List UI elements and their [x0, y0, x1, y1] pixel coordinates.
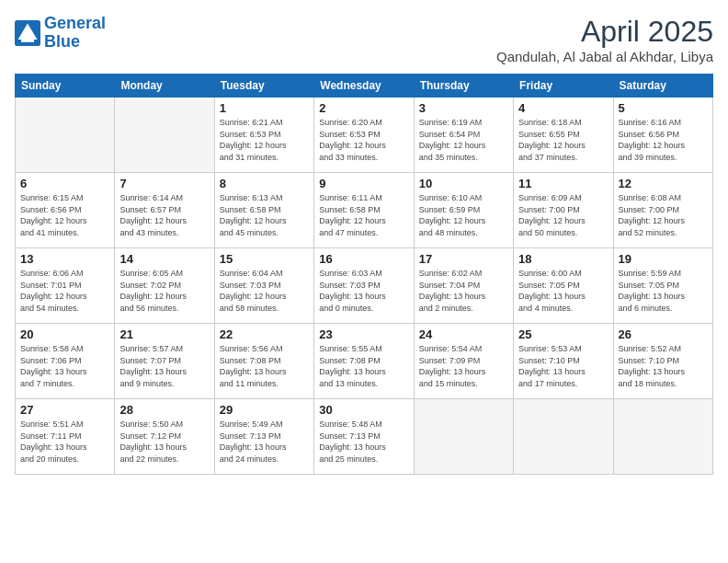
- day-number: 20: [20, 327, 109, 341]
- title-area: April 2025 Qandulah, Al Jabal al Akhdar,…: [496, 15, 713, 64]
- day-number: 25: [518, 327, 608, 341]
- day-number: 10: [419, 177, 508, 190]
- calendar-header-row: SundayMondayTuesdayWednesdayThursdayFrid…: [16, 75, 713, 98]
- calendar-day-cell: 26Sunrise: 5:52 AM Sunset: 7:10 PM Dayli…: [613, 324, 712, 399]
- day-number: 30: [319, 403, 408, 417]
- header: General Blue April 2025 Qandulah, Al Jab…: [15, 15, 713, 64]
- logo-line2: Blue: [44, 32, 80, 51]
- calendar-day-cell: 20Sunrise: 5:58 AM Sunset: 7:06 PM Dayli…: [16, 324, 115, 399]
- calendar-day-cell: 24Sunrise: 5:54 AM Sunset: 7:09 PM Dayli…: [414, 324, 513, 399]
- calendar-day-cell: 1Sunrise: 6:21 AM Sunset: 6:53 PM Daylig…: [214, 98, 313, 173]
- day-info: Sunrise: 5:51 AM Sunset: 7:11 PM Dayligh…: [20, 419, 109, 465]
- day-info: Sunrise: 6:02 AM Sunset: 7:04 PM Dayligh…: [419, 268, 508, 314]
- calendar-day-header: Tuesday: [214, 75, 313, 98]
- calendar-day-cell: 25Sunrise: 5:53 AM Sunset: 7:10 PM Dayli…: [514, 324, 613, 399]
- day-info: Sunrise: 6:14 AM Sunset: 6:57 PM Dayligh…: [119, 192, 209, 238]
- day-info: Sunrise: 6:04 AM Sunset: 7:03 PM Dayligh…: [220, 268, 309, 314]
- calendar-day-cell: [414, 399, 513, 475]
- calendar-day-cell: 15Sunrise: 6:04 AM Sunset: 7:03 PM Dayli…: [214, 248, 313, 324]
- day-number: 24: [419, 327, 508, 341]
- day-number: 5: [619, 101, 708, 115]
- calendar-day-cell: 5Sunrise: 6:16 AM Sunset: 6:56 PM Daylig…: [613, 98, 712, 173]
- calendar-table: SundayMondayTuesdayWednesdayThursdayFrid…: [15, 74, 713, 475]
- calendar-day-cell: 14Sunrise: 6:05 AM Sunset: 7:02 PM Dayli…: [115, 248, 214, 324]
- day-number: 2: [319, 101, 408, 115]
- day-info: Sunrise: 5:56 AM Sunset: 7:08 PM Dayligh…: [220, 343, 309, 389]
- calendar-day-cell: 6Sunrise: 6:15 AM Sunset: 6:56 PM Daylig…: [16, 173, 115, 248]
- day-number: 4: [518, 101, 608, 115]
- calendar-week-row: 27Sunrise: 5:51 AM Sunset: 7:11 PM Dayli…: [16, 399, 713, 475]
- calendar-day-cell: [514, 399, 613, 475]
- day-number: 26: [619, 327, 708, 341]
- calendar-week-row: 1Sunrise: 6:21 AM Sunset: 6:53 PM Daylig…: [16, 98, 713, 173]
- day-number: 29: [220, 403, 309, 417]
- day-info: Sunrise: 6:05 AM Sunset: 7:02 PM Dayligh…: [119, 268, 209, 314]
- day-info: Sunrise: 6:20 AM Sunset: 6:53 PM Dayligh…: [319, 117, 408, 163]
- calendar-day-cell: 21Sunrise: 5:57 AM Sunset: 7:07 PM Dayli…: [115, 324, 214, 399]
- logo-text: General Blue: [44, 15, 106, 52]
- day-info: Sunrise: 5:53 AM Sunset: 7:10 PM Dayligh…: [518, 343, 608, 389]
- day-info: Sunrise: 5:52 AM Sunset: 7:10 PM Dayligh…: [619, 343, 708, 389]
- day-info: Sunrise: 6:00 AM Sunset: 7:05 PM Dayligh…: [518, 268, 608, 314]
- day-info: Sunrise: 6:08 AM Sunset: 7:00 PM Dayligh…: [619, 192, 708, 238]
- day-info: Sunrise: 6:06 AM Sunset: 7:01 PM Dayligh…: [20, 268, 109, 314]
- calendar-day-cell: 10Sunrise: 6:10 AM Sunset: 6:59 PM Dayli…: [414, 173, 513, 248]
- calendar-day-cell: 27Sunrise: 5:51 AM Sunset: 7:11 PM Dayli…: [16, 399, 115, 475]
- day-number: 23: [319, 327, 408, 341]
- day-info: Sunrise: 6:18 AM Sunset: 6:55 PM Dayligh…: [518, 117, 608, 163]
- day-info: Sunrise: 6:11 AM Sunset: 6:58 PM Dayligh…: [319, 192, 408, 238]
- day-number: 13: [20, 252, 109, 266]
- calendar-day-cell: 16Sunrise: 6:03 AM Sunset: 7:03 PM Dayli…: [314, 248, 414, 324]
- calendar-day-cell: 29Sunrise: 5:49 AM Sunset: 7:13 PM Dayli…: [214, 399, 313, 475]
- day-info: Sunrise: 6:03 AM Sunset: 7:03 PM Dayligh…: [319, 268, 408, 314]
- calendar-day-cell: 2Sunrise: 6:20 AM Sunset: 6:53 PM Daylig…: [314, 98, 414, 173]
- day-info: Sunrise: 5:50 AM Sunset: 7:12 PM Dayligh…: [119, 419, 209, 465]
- day-info: Sunrise: 5:54 AM Sunset: 7:09 PM Dayligh…: [419, 343, 508, 389]
- day-number: 19: [619, 252, 708, 266]
- month-title: April 2025: [496, 15, 713, 49]
- calendar-day-cell: 17Sunrise: 6:02 AM Sunset: 7:04 PM Dayli…: [414, 248, 513, 324]
- day-info: Sunrise: 5:57 AM Sunset: 7:07 PM Dayligh…: [119, 343, 209, 389]
- calendar-day-cell: 8Sunrise: 6:13 AM Sunset: 6:58 PM Daylig…: [214, 173, 313, 248]
- calendar-day-header: Monday: [115, 75, 214, 98]
- calendar-week-row: 13Sunrise: 6:06 AM Sunset: 7:01 PM Dayli…: [16, 248, 713, 324]
- page: General Blue April 2025 Qandulah, Al Jab…: [0, 0, 728, 563]
- calendar-day-header: Saturday: [613, 75, 712, 98]
- day-number: 17: [419, 252, 508, 266]
- day-number: 16: [319, 252, 408, 266]
- day-info: Sunrise: 5:55 AM Sunset: 7:08 PM Dayligh…: [319, 343, 408, 389]
- day-number: 7: [119, 177, 209, 190]
- calendar-day-cell: 19Sunrise: 5:59 AM Sunset: 7:05 PM Dayli…: [613, 248, 712, 324]
- day-number: 21: [119, 327, 209, 341]
- day-number: 9: [319, 177, 408, 190]
- svg-rect-2: [21, 38, 34, 41]
- logo: General Blue: [15, 15, 106, 52]
- day-number: 18: [518, 252, 608, 266]
- day-number: 3: [419, 101, 508, 115]
- day-info: Sunrise: 5:59 AM Sunset: 7:05 PM Dayligh…: [619, 268, 708, 314]
- day-info: Sunrise: 6:21 AM Sunset: 6:53 PM Dayligh…: [220, 117, 309, 163]
- day-number: 15: [220, 252, 309, 266]
- day-info: Sunrise: 6:13 AM Sunset: 6:58 PM Dayligh…: [220, 192, 309, 238]
- calendar-day-cell: 22Sunrise: 5:56 AM Sunset: 7:08 PM Dayli…: [214, 324, 313, 399]
- calendar-day-header: Thursday: [414, 75, 513, 98]
- day-number: 14: [119, 252, 209, 266]
- day-number: 12: [619, 177, 708, 190]
- calendar-day-cell: 12Sunrise: 6:08 AM Sunset: 7:00 PM Dayli…: [613, 173, 712, 248]
- day-info: Sunrise: 5:48 AM Sunset: 7:13 PM Dayligh…: [319, 419, 408, 465]
- calendar-day-cell: 11Sunrise: 6:09 AM Sunset: 7:00 PM Dayli…: [514, 173, 613, 248]
- calendar-day-cell: 28Sunrise: 5:50 AM Sunset: 7:12 PM Dayli…: [115, 399, 214, 475]
- day-number: 8: [220, 177, 309, 190]
- location-title: Qandulah, Al Jabal al Akhdar, Libya: [496, 49, 713, 64]
- calendar-day-cell: 4Sunrise: 6:18 AM Sunset: 6:55 PM Daylig…: [514, 98, 613, 173]
- calendar-day-cell: [115, 98, 214, 173]
- day-number: 27: [20, 403, 109, 417]
- calendar-day-header: Sunday: [16, 75, 115, 98]
- calendar-day-cell: [16, 98, 115, 173]
- calendar-week-row: 6Sunrise: 6:15 AM Sunset: 6:56 PM Daylig…: [16, 173, 713, 248]
- day-info: Sunrise: 6:10 AM Sunset: 6:59 PM Dayligh…: [419, 192, 508, 238]
- logo-icon: [15, 20, 40, 46]
- day-number: 11: [518, 177, 608, 190]
- calendar-day-cell: [613, 399, 712, 475]
- day-info: Sunrise: 6:09 AM Sunset: 7:00 PM Dayligh…: [518, 192, 608, 238]
